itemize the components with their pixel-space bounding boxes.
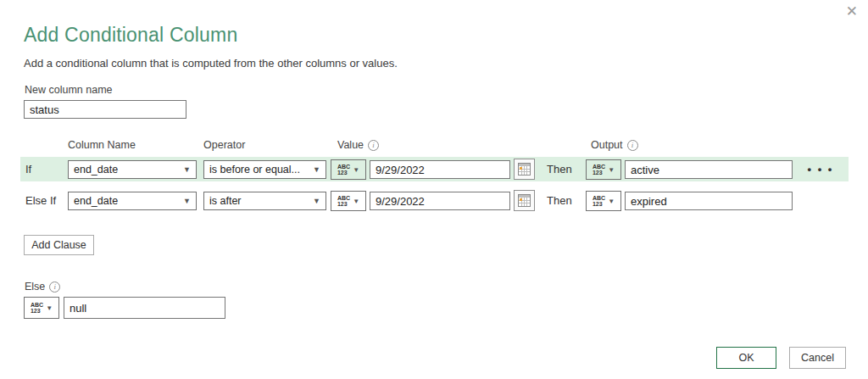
abc-text: ABC xyxy=(337,164,350,170)
header-output: Output i xyxy=(591,139,638,151)
new-column-name-input[interactable] xyxy=(24,100,186,119)
abc-text: ABC xyxy=(593,164,605,170)
abc123-icon: ABC 123 xyxy=(337,164,350,176)
column-name-dropdown-value: end_date xyxy=(74,195,180,207)
header-column-name: Column Name xyxy=(68,139,136,151)
page-title: Add Conditional Column xyxy=(24,24,237,47)
dialog-subtitle: Add a conditional column that is compute… xyxy=(24,57,398,70)
column-name-dropdown[interactable]: end_date ▼ xyxy=(68,192,197,210)
chevron-down-icon: ▼ xyxy=(608,166,615,174)
else-value-input[interactable] xyxy=(64,297,225,319)
close-icon[interactable]: ✕ xyxy=(846,4,858,19)
value-type-picker[interactable]: ABC 123 ▼ xyxy=(331,159,366,180)
value-info-icon[interactable]: i xyxy=(368,140,379,151)
num-text: 123 xyxy=(593,170,605,176)
calendar-icon xyxy=(518,194,531,207)
abc-text: ABC xyxy=(593,195,605,201)
column-name-dropdown-value: end_date xyxy=(74,164,180,176)
then-label: Then xyxy=(547,157,572,181)
operator-dropdown[interactable]: is after ▼ xyxy=(203,192,326,210)
value-input[interactable] xyxy=(370,160,510,179)
header-operator: Operator xyxy=(203,139,245,151)
header-value: Value i xyxy=(337,139,379,151)
date-picker-button[interactable] xyxy=(514,159,535,180)
then-label: Then xyxy=(547,188,572,213)
chevron-down-icon: ▼ xyxy=(353,198,359,205)
abc-text: ABC xyxy=(337,195,350,201)
date-picker-button[interactable] xyxy=(514,190,535,211)
chevron-down-icon: ▼ xyxy=(183,197,191,205)
output-type-picker[interactable]: ABC 123 ▼ xyxy=(586,159,621,180)
else-label-wrap: Else i xyxy=(25,281,60,293)
header-value-text: Value xyxy=(337,139,364,151)
num-text: 123 xyxy=(31,308,43,314)
output-type-picker[interactable]: ABC 123 ▼ xyxy=(586,191,621,211)
else-info-icon[interactable]: i xyxy=(49,281,60,293)
cancel-button[interactable]: Cancel xyxy=(789,347,846,369)
chevron-down-icon: ▼ xyxy=(313,197,320,205)
value-input[interactable] xyxy=(370,192,510,210)
header-operator-text: Operator xyxy=(203,139,245,151)
output-input[interactable] xyxy=(625,160,793,179)
chevron-down-icon: ▼ xyxy=(183,165,191,174)
else-type-picker[interactable]: ABC 123 ▼ xyxy=(24,297,59,319)
chevron-down-icon: ▼ xyxy=(353,166,359,174)
operator-dropdown-value: is before or equal... xyxy=(209,164,309,176)
new-column-name-label: New column name xyxy=(25,84,113,96)
else-row: ABC 123 ▼ xyxy=(24,297,225,319)
abc123-icon: ABC 123 xyxy=(593,164,605,176)
clause-row-if: If end_date ▼ is before or equal... ▼ AB… xyxy=(20,157,849,181)
calendar-icon xyxy=(518,163,531,176)
output-input[interactable] xyxy=(625,192,793,210)
num-text: 123 xyxy=(337,201,350,207)
abc123-icon: ABC 123 xyxy=(337,195,350,207)
clause-row-else-if: Else If end_date ▼ is after ▼ ABC 123 ▼ … xyxy=(20,188,849,213)
operator-dropdown[interactable]: is before or equal... ▼ xyxy=(203,160,326,179)
if-keyword: If xyxy=(25,157,31,181)
abc123-icon: ABC 123 xyxy=(31,302,43,314)
value-type-picker[interactable]: ABC 123 ▼ xyxy=(331,191,366,211)
abc123-icon: ABC 123 xyxy=(593,195,605,207)
header-output-text: Output xyxy=(591,139,623,151)
add-clause-button[interactable]: Add Clause xyxy=(24,235,94,255)
column-name-dropdown[interactable]: end_date ▼ xyxy=(68,160,197,179)
ok-button[interactable]: OK xyxy=(716,347,776,369)
output-info-icon[interactable]: i xyxy=(627,140,638,151)
chevron-down-icon: ▼ xyxy=(46,304,53,312)
chevron-down-icon: ▼ xyxy=(608,198,615,205)
num-text: 123 xyxy=(593,201,605,207)
chevron-down-icon: ▼ xyxy=(313,165,320,174)
else-label: Else xyxy=(25,281,45,293)
operator-dropdown-value: is after xyxy=(209,195,309,207)
more-options-button[interactable]: • • • xyxy=(804,157,837,181)
abc-text: ABC xyxy=(31,302,43,308)
num-text: 123 xyxy=(337,170,350,176)
else-if-keyword: Else If xyxy=(25,188,56,213)
header-column-name-text: Column Name xyxy=(68,139,136,151)
